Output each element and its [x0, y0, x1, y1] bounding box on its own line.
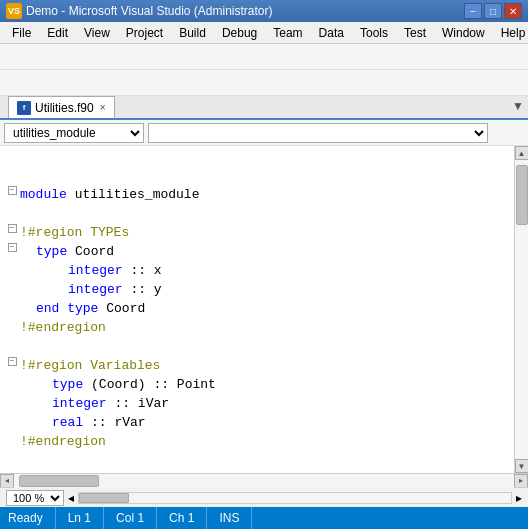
maximize-button[interactable]: □: [484, 3, 502, 19]
code-content: end type Coord: [36, 300, 145, 319]
code-line: −!#region TYPEs: [0, 224, 514, 243]
code-content: real :: rVar: [52, 414, 146, 433]
code-line: −type Coord: [0, 243, 514, 262]
scroll-thumb[interactable]: [516, 165, 528, 225]
code-line: real :: rVar: [0, 414, 514, 433]
menu-item-window[interactable]: Window: [434, 24, 493, 42]
menu-item-debug[interactable]: Debug: [214, 24, 265, 42]
code-content: integer :: y: [68, 281, 162, 300]
scroll-right-arrow[interactable]: ▸: [514, 474, 528, 488]
toolbar-secondary: [0, 70, 528, 96]
zoom-scroll-track[interactable]: [78, 492, 512, 504]
code-content: !#endregion: [20, 319, 106, 338]
status-ins: INS: [207, 507, 252, 529]
zoom-bar: 100 % ◂ ▸: [0, 487, 528, 507]
menu-item-help[interactable]: Help: [493, 24, 528, 42]
scroll-left-arrow[interactable]: ◂: [0, 474, 14, 488]
scroll-track[interactable]: [515, 160, 529, 459]
title-bar: VS Demo - Microsoft Visual Studio (Admin…: [0, 0, 528, 22]
status-line: Ln 1: [56, 507, 104, 529]
menu-bar: FileEditViewProjectBuildDebugTeamDataToo…: [0, 22, 528, 44]
code-content: !#endregion: [20, 433, 106, 452]
app-icon: VS: [6, 3, 22, 19]
menu-item-data[interactable]: Data: [311, 24, 352, 42]
editor-row: −module utilities_module−!#region TYPEs−…: [0, 146, 528, 473]
h-scroll-thumb[interactable]: [19, 475, 99, 487]
code-line: −module utilities_module: [0, 186, 514, 205]
status-col: Col 1: [104, 507, 157, 529]
editor-tab[interactable]: f Utilities.f90 ×: [8, 96, 115, 118]
h-scroll-right-label[interactable]: ▸: [516, 491, 522, 505]
code-content: type Coord: [36, 243, 114, 262]
tab-filename: Utilities.f90: [35, 101, 94, 115]
h-scroll-track[interactable]: [14, 474, 514, 488]
zoom-select[interactable]: 100 %: [6, 490, 64, 506]
vertical-scrollbar: ▲ ▼: [514, 146, 528, 473]
minimize-button[interactable]: −: [464, 3, 482, 19]
menu-item-file[interactable]: File: [4, 24, 39, 42]
status-ready: Ready: [8, 507, 56, 529]
menu-item-team[interactable]: Team: [265, 24, 310, 42]
code-content: !#region TYPEs: [20, 224, 129, 243]
horizontal-scrollbar: ◂ ▸: [0, 473, 528, 487]
title-text: Demo - Microsoft Visual Studio (Administ…: [26, 4, 464, 18]
code-line: [0, 452, 514, 471]
code-content: !#region Variables: [20, 357, 160, 376]
code-line: type (Coord) :: Point: [0, 376, 514, 395]
scroll-up-arrow[interactable]: ▲: [515, 146, 529, 160]
code-line: [0, 338, 514, 357]
code-line: end type Coord: [0, 300, 514, 319]
tab-close-button[interactable]: ×: [100, 102, 106, 113]
code-content: integer :: iVar: [52, 395, 169, 414]
window-controls: − □ ✕: [464, 3, 522, 19]
tab-file-icon: f: [17, 101, 31, 115]
h-scroll-left-label[interactable]: ◂: [68, 491, 74, 505]
code-line: !#endregion: [0, 433, 514, 452]
code-line: integer :: y: [0, 281, 514, 300]
collapse-button[interactable]: −: [8, 224, 17, 233]
code-line: integer :: iVar: [0, 395, 514, 414]
scope-right-dropdown[interactable]: [148, 123, 488, 143]
tab-bar: f Utilities.f90 × ▼: [0, 96, 528, 120]
menu-item-test[interactable]: Test: [396, 24, 434, 42]
status-ch: Ch 1: [157, 507, 207, 529]
menu-item-build[interactable]: Build: [171, 24, 214, 42]
code-content: module utilities_module: [20, 186, 199, 205]
menu-item-view[interactable]: View: [76, 24, 118, 42]
code-editor[interactable]: −module utilities_module−!#region TYPEs−…: [0, 146, 514, 473]
menu-item-edit[interactable]: Edit: [39, 24, 76, 42]
tab-scroll-button[interactable]: ▼: [508, 94, 528, 118]
scope-bar: utilities_module: [0, 120, 528, 146]
code-line: [0, 205, 514, 224]
menu-item-tools[interactable]: Tools: [352, 24, 396, 42]
code-line: integer :: x: [0, 262, 514, 281]
zoom-scroll-thumb[interactable]: [79, 493, 129, 503]
code-lines: −module utilities_module−!#region TYPEs−…: [0, 146, 514, 473]
main-content: −module utilities_module−!#region TYPEs−…: [0, 146, 528, 507]
menu-item-project[interactable]: Project: [118, 24, 171, 42]
code-line: !#endregion: [0, 319, 514, 338]
toolbar-main: [0, 44, 528, 70]
scope-left-dropdown[interactable]: utilities_module: [4, 123, 144, 143]
collapse-button[interactable]: −: [8, 186, 17, 195]
status-bar: Ready Ln 1 Col 1 Ch 1 INS: [0, 507, 528, 529]
code-content: integer :: x: [68, 262, 162, 281]
code-line: −!#region Variables: [0, 357, 514, 376]
code-content: type (Coord) :: Point: [52, 376, 216, 395]
close-button[interactable]: ✕: [504, 3, 522, 19]
collapse-button[interactable]: −: [8, 357, 17, 366]
collapse-button[interactable]: −: [8, 243, 17, 252]
scroll-down-arrow[interactable]: ▼: [515, 459, 529, 473]
